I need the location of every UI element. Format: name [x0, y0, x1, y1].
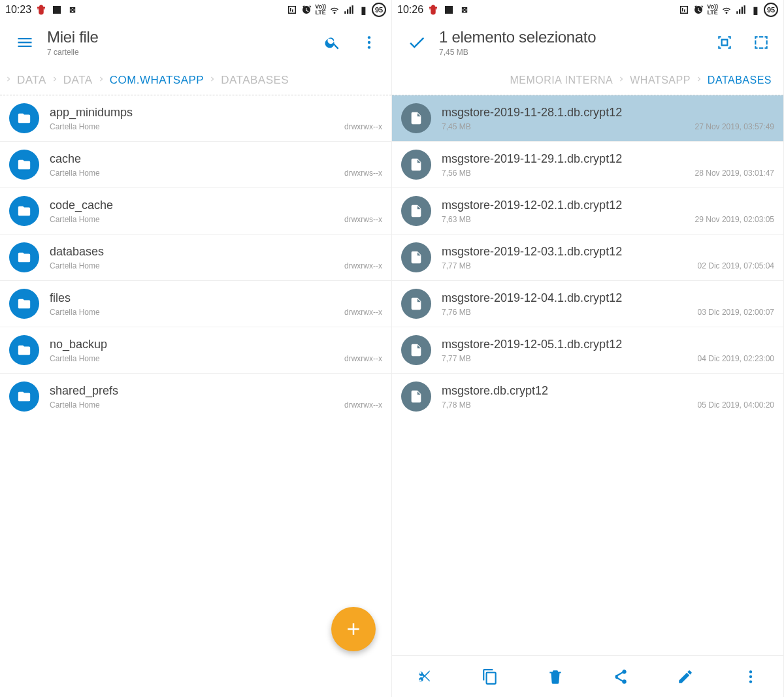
rename-button[interactable] [670, 661, 701, 692]
folder-row[interactable]: code_cache Cartella Home drwxrws--x [0, 188, 391, 235]
status-time: 10:26 [397, 4, 423, 16]
folder-row[interactable]: app_minidumps Cartella Home drwxrwx--x [0, 95, 391, 142]
chevron-right-icon [4, 74, 13, 87]
trash-icon [547, 668, 564, 685]
folder-icon [9, 150, 39, 180]
folder-icon [9, 196, 39, 226]
breadcrumb: MEMORIA INTERNA WHATSAPP DATABASES [392, 65, 783, 95]
wifi-icon [721, 4, 732, 16]
alarm-icon [301, 4, 312, 16]
share-icon [612, 668, 629, 685]
more-button[interactable] [355, 28, 384, 57]
statusbar: 10:23 ⊠ Vo))LTE ▮ 95 [0, 0, 391, 20]
file-name: msgstore-2019-12-02.1.db.crypt12 [442, 199, 774, 212]
page-title: Miei file [47, 28, 310, 46]
notification-icon: ⊠ [459, 4, 470, 16]
file-row[interactable]: msgstore-2019-12-03.1.db.crypt12 7,77 MB… [392, 235, 783, 281]
folder-row[interactable]: shared_prefs Cartella Home drwxrwx--x [0, 374, 391, 419]
folder-perm: drwxrws--x [344, 215, 382, 224]
action-bar [392, 655, 783, 697]
image-icon [51, 4, 63, 16]
chevron-right-icon [694, 74, 704, 87]
more-actions-button[interactable] [735, 661, 766, 692]
folder-name: files [50, 291, 382, 305]
battery-icon: ▮ [357, 4, 369, 16]
file-size: 7,77 MB [442, 354, 471, 363]
file-date: 29 Nov 2019, 02:03:05 [695, 215, 774, 224]
file-size: 7,45 MB [442, 122, 471, 131]
nfc-icon [678, 4, 690, 16]
done-button[interactable] [402, 33, 431, 52]
status-time: 10:23 [5, 4, 31, 16]
file-name: msgstore-2019-11-29.1.db.crypt12 [442, 152, 774, 166]
file-row[interactable]: msgstore.db.crypt12 7,78 MB 05 Dic 2019,… [392, 374, 783, 419]
chevron-right-icon [208, 74, 217, 87]
file-icon [401, 150, 431, 180]
file-list: msgstore-2019-11-28.1.db.crypt12 7,45 MB… [392, 95, 783, 655]
folder-row[interactable]: databases Cartella Home drwxrwx--x [0, 235, 391, 281]
search-icon [324, 34, 341, 51]
crumb[interactable]: MEMORIA INTERNA [506, 74, 617, 86]
crumb-active[interactable]: DATABASES [704, 74, 776, 86]
edit-icon [677, 668, 694, 685]
file-name: msgstore-2019-11-28.1.db.crypt12 [442, 106, 774, 120]
folder-row[interactable]: cache Cartella Home drwxrws--x [0, 142, 391, 188]
chevron-right-icon [617, 74, 626, 87]
crumb[interactable]: WHATSAPP [626, 74, 694, 86]
page-subtitle: 7 cartelle [47, 48, 310, 57]
select-all-button[interactable] [710, 28, 739, 57]
file-row[interactable]: msgstore-2019-12-05.1.db.crypt12 7,77 MB… [392, 327, 783, 374]
file-size: 7,76 MB [442, 308, 471, 317]
crumb-active[interactable]: COM.WHATSAPP [106, 74, 208, 87]
share-button[interactable] [604, 661, 636, 692]
wifi-icon [329, 4, 340, 16]
search-button[interactable] [318, 28, 347, 57]
add-button[interactable] [331, 607, 376, 651]
folder-sub: Cartella Home [50, 122, 100, 131]
crumb[interactable]: DATA [59, 74, 97, 87]
folder-row[interactable]: no_backup Cartella Home drwxrwx--x [0, 327, 391, 374]
folder-name: app_minidumps [50, 106, 382, 120]
folder-sub: Cartella Home [50, 400, 100, 410]
file-icon [401, 103, 431, 133]
select-box-button[interactable] [747, 28, 776, 57]
menu-button[interactable] [10, 33, 39, 52]
folder-name: code_cache [50, 199, 382, 212]
screen-right: 10:26 ⊠ Vo))LTE ▮ 95 1 elemento selezion… [392, 0, 784, 697]
file-icon [401, 289, 431, 319]
select-all-icon [716, 34, 733, 51]
folder-icon [9, 289, 39, 319]
battery-icon: ▮ [749, 4, 761, 16]
file-date: 05 Dic 2019, 04:00:20 [698, 400, 774, 410]
file-icon [401, 335, 431, 365]
file-row[interactable]: msgstore-2019-12-02.1.db.crypt12 7,63 MB… [392, 188, 783, 235]
file-date: 27 Nov 2019, 03:57:49 [695, 122, 774, 131]
statusbar: 10:26 ⊠ Vo))LTE ▮ 95 [392, 0, 783, 20]
cut-button[interactable] [409, 661, 440, 692]
plus-icon [344, 619, 363, 639]
volte-icon: Vo))LTE [707, 4, 718, 16]
file-size: 7,63 MB [442, 215, 471, 224]
folder-perm: drwxrwx--x [344, 400, 382, 410]
file-date: 04 Dic 2019, 02:23:00 [698, 354, 774, 363]
folder-sub: Cartella Home [50, 261, 100, 270]
folder-name: no_backup [50, 338, 382, 351]
delete-button[interactable] [540, 661, 571, 692]
folder-name: databases [50, 245, 382, 259]
more-icon [361, 34, 378, 51]
folder-row[interactable]: files Cartella Home drwxrwx--x [0, 281, 391, 327]
signal-icon [343, 4, 355, 16]
crumb[interactable]: DATA [13, 74, 50, 87]
folder-icon [9, 381, 39, 412]
chevron-right-icon [97, 74, 106, 87]
nfc-icon [286, 4, 298, 16]
file-row[interactable]: msgstore-2019-12-04.1.db.crypt12 7,76 MB… [392, 281, 783, 327]
folder-perm: drwxrws--x [344, 169, 382, 178]
file-row[interactable]: msgstore-2019-11-29.1.db.crypt12 7,56 MB… [392, 142, 783, 188]
select-box-icon [753, 34, 770, 51]
copy-button[interactable] [474, 661, 506, 692]
battery-level: 95 [372, 3, 386, 17]
file-size: 7,78 MB [442, 400, 471, 410]
crumb[interactable]: DATABASES [217, 74, 293, 87]
file-row[interactable]: msgstore-2019-11-28.1.db.crypt12 7,45 MB… [392, 95, 783, 142]
